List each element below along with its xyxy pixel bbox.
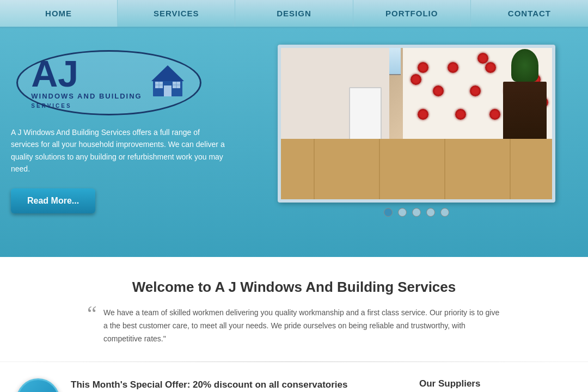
nav-contact[interactable]: CONTACT <box>471 0 588 27</box>
logo-text: AJ WINDOWS AND BUILDING SERVICES <box>31 55 142 111</box>
suppliers-title: Our Suppliers <box>419 378 572 389</box>
slide-dot-5[interactable] <box>440 208 449 217</box>
hero-left: AJ WINDOWS AND BUILDING SERVICES <box>11 45 240 213</box>
logo-name-line2: SERVICES <box>31 101 71 111</box>
door <box>349 87 382 142</box>
logo-initials: AJ <box>31 55 78 92</box>
nav-portfolio[interactable]: PORTFOLIO <box>353 0 471 27</box>
slide-dot-1[interactable] <box>384 208 393 217</box>
logo-house-icon <box>149 61 187 99</box>
nav-services[interactable]: SERVICES <box>118 0 235 27</box>
slide-dot-2[interactable] <box>398 208 407 217</box>
welcome-section: Welcome to A J Windows And Building Serv… <box>0 257 588 362</box>
main-nav: HOME SERVICES DESIGN PORTFOLIO CONTACT <box>0 0 588 28</box>
slide-dot-4[interactable] <box>426 208 435 217</box>
floor <box>281 139 552 199</box>
svg-rect-2 <box>164 85 171 96</box>
logo-container: AJ WINDOWS AND BUILDING SERVICES <box>11 50 207 115</box>
offer-content: This Month's Special Offer: 20% discount… <box>71 378 397 392</box>
nav-design[interactable]: DESIGN <box>235 0 353 27</box>
slide-dots <box>384 208 449 217</box>
offer-title: This Month's Special Offer: 20% discount… <box>71 378 397 391</box>
lower-section: SPECIAL OFFER This Month's Special Offer… <box>0 362 588 392</box>
svg-marker-1 <box>151 65 184 81</box>
slide-dot-3[interactable] <box>412 208 421 217</box>
slideshow-frame <box>278 45 555 203</box>
furniture <box>503 82 547 142</box>
nav-home[interactable]: HOME <box>0 0 118 27</box>
slide-image <box>281 48 552 199</box>
suppliers-area: Our Suppliers Euroglaze systems Rehau wi… <box>419 378 572 392</box>
welcome-title: Welcome to A J Windows And Building Serv… <box>33 279 555 296</box>
hero-section: AJ WINDOWS AND BUILDING SERVICES <box>0 28 588 257</box>
hero-description: A J Windows And Building Services offers… <box>11 126 229 175</box>
logo-name-line1: WINDOWS AND BUILDING <box>31 92 142 101</box>
special-offer-area: SPECIAL OFFER This Month's Special Offer… <box>16 378 397 392</box>
read-more-button[interactable]: Read More... <box>11 188 95 213</box>
hero-right <box>256 45 577 217</box>
plant <box>511 49 538 82</box>
welcome-quote: “ We have a team of skilled workmen deli… <box>87 307 501 345</box>
special-offer-badge: SPECIAL OFFER <box>16 378 60 392</box>
logo-oval: AJ WINDOWS AND BUILDING SERVICES <box>16 50 201 115</box>
